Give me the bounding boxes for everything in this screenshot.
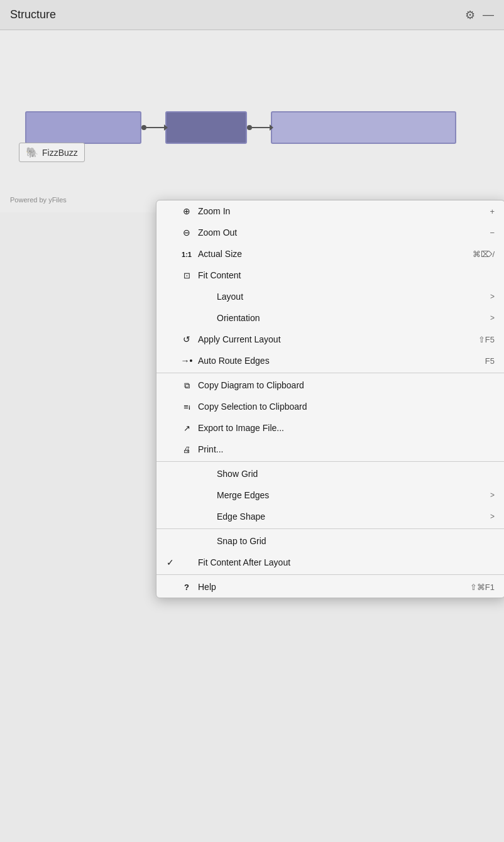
node-right[interactable]	[271, 111, 456, 144]
window-title: Structure	[10, 8, 56, 21]
menu-item-arrow-edge-shape: >	[490, 512, 495, 521]
menu-item-icon-copy-diagram: ⧉	[179, 380, 194, 391]
menu-item-auto-route-edges[interactable]: →•Auto Route EdgesF5	[156, 350, 504, 371]
menu-item-label-export-image: Export to Image File...	[198, 423, 495, 433]
menu-item-shortcut-zoom-in: +	[490, 207, 495, 216]
connector-2	[252, 127, 271, 128]
menu-item-label-help: Help	[198, 582, 457, 592]
menu-item-icon-actual-size: 1:1	[179, 249, 194, 259]
menu-item-arrow-layout: >	[490, 292, 495, 301]
title-bar-actions: ⚙ —	[465, 8, 494, 22]
menu-item-icon-fit-content: ⊡	[179, 270, 194, 280]
menu-item-export-image[interactable]: ↗Export to Image File...	[156, 417, 504, 439]
menu-item-check-fit-content-after-layout: ✓	[167, 557, 179, 567]
menu-item-shortcut-zoom-out: −	[490, 228, 495, 238]
menu-item-label-zoom-in: Zoom In	[198, 206, 477, 216]
menu-item-edge-shape[interactable]: Edge Shape>	[156, 506, 504, 527]
fizzbuzz-icon: 🐘	[26, 146, 38, 158]
menu-item-fit-content-after-layout[interactable]: ✓Fit Content After Layout	[156, 552, 504, 573]
minimize-icon[interactable]: —	[483, 8, 494, 21]
menu-item-orientation[interactable]: Orientation>	[156, 307, 504, 329]
fizzbuzz-label: 🐘 FizzBuzz	[19, 143, 85, 162]
menu-item-zoom-out[interactable]: ⊖Zoom Out−	[156, 222, 504, 243]
menu-item-label-fit-content: Fit Content	[198, 270, 495, 280]
menu-item-label-zoom-out: Zoom Out	[198, 227, 477, 238]
menu-item-zoom-in[interactable]: ⊕Zoom In+	[156, 200, 504, 222]
menu-item-label-orientation: Orientation	[217, 313, 485, 323]
connector-dot-2	[247, 125, 252, 130]
fizzbuzz-text: FizzBuzz	[42, 148, 78, 158]
menu-separator-print	[156, 461, 504, 462]
menu-separator-auto-route-edges	[156, 373, 504, 373]
menu-item-copy-selection[interactable]: ≡ᵢCopy Selection to Clipboard	[156, 396, 504, 417]
menu-item-arrow-merge-edges: >	[490, 491, 495, 500]
menu-item-label-fit-content-after-layout: Fit Content After Layout	[198, 557, 495, 567]
menu-item-copy-diagram[interactable]: ⧉Copy Diagram to Clipboard	[156, 375, 504, 396]
menu-separator-edge-shape	[156, 528, 504, 529]
context-menu: ⊕Zoom In+⊖Zoom Out−1:1Actual Size⌘⌦/⊡Fit…	[156, 200, 504, 598]
menu-item-actual-size[interactable]: 1:1Actual Size⌘⌦/	[156, 243, 504, 265]
connector-dot-1	[141, 125, 146, 130]
menu-item-label-copy-selection: Copy Selection to Clipboard	[198, 402, 495, 412]
diagram-area: 🐘 FizzBuzz Powered by yFiles	[0, 30, 504, 212]
menu-item-arrow-orientation: >	[490, 314, 495, 322]
menu-item-shortcut-apply-current-layout: ⇧F5	[478, 335, 495, 344]
node-middle[interactable]	[165, 111, 247, 144]
menu-item-icon-auto-route-edges: →•	[179, 356, 194, 366]
menu-separator-fit-content-after-layout	[156, 574, 504, 575]
menu-item-label-print: Print...	[198, 444, 495, 454]
menu-item-icon-help: ?	[179, 582, 194, 592]
gear-icon[interactable]: ⚙	[465, 8, 475, 22]
connector-1	[146, 127, 165, 128]
menu-item-icon-export-image: ↗	[179, 423, 194, 433]
menu-item-icon-print: 🖨	[179, 444, 194, 454]
menu-item-label-snap-to-grid: Snap to Grid	[217, 536, 495, 546]
menu-item-icon-zoom-in: ⊕	[179, 206, 194, 216]
menu-item-label-copy-diagram: Copy Diagram to Clipboard	[198, 380, 495, 390]
menu-item-fit-content[interactable]: ⊡Fit Content	[156, 265, 504, 286]
menu-item-shortcut-actual-size: ⌘⌦/	[473, 249, 495, 259]
menu-item-layout[interactable]: Layout>	[156, 286, 504, 307]
menu-item-label-merge-edges: Merge Edges	[217, 490, 485, 500]
diagram-nodes	[25, 111, 456, 144]
menu-item-apply-current-layout[interactable]: ↺Apply Current Layout⇧F5	[156, 329, 504, 350]
powered-by: Powered by yFiles	[10, 196, 67, 204]
menu-item-shortcut-auto-route-edges: F5	[485, 356, 495, 366]
menu-item-print[interactable]: 🖨Print...	[156, 439, 504, 460]
menu-item-show-grid[interactable]: Show Grid	[156, 463, 504, 484]
menu-item-label-show-grid: Show Grid	[217, 469, 495, 479]
menu-item-label-layout: Layout	[217, 292, 485, 302]
menu-item-label-edge-shape: Edge Shape	[217, 511, 485, 522]
menu-item-label-auto-route-edges: Auto Route Edges	[198, 356, 473, 366]
menu-item-snap-to-grid[interactable]: Snap to Grid	[156, 530, 504, 552]
menu-item-label-actual-size: Actual Size	[198, 249, 460, 259]
menu-item-icon-zoom-out: ⊖	[179, 227, 194, 238]
menu-item-merge-edges[interactable]: Merge Edges>	[156, 484, 504, 506]
title-bar: Structure ⚙ —	[0, 0, 504, 30]
menu-item-shortcut-help: ⇧⌘F1	[470, 582, 495, 592]
menu-item-icon-apply-current-layout: ↺	[179, 334, 194, 344]
menu-item-icon-copy-selection: ≡ᵢ	[179, 402, 194, 412]
menu-item-label-apply-current-layout: Apply Current Layout	[198, 334, 466, 344]
menu-item-help[interactable]: ?Help⇧⌘F1	[156, 576, 504, 598]
node-left[interactable]	[25, 111, 141, 144]
